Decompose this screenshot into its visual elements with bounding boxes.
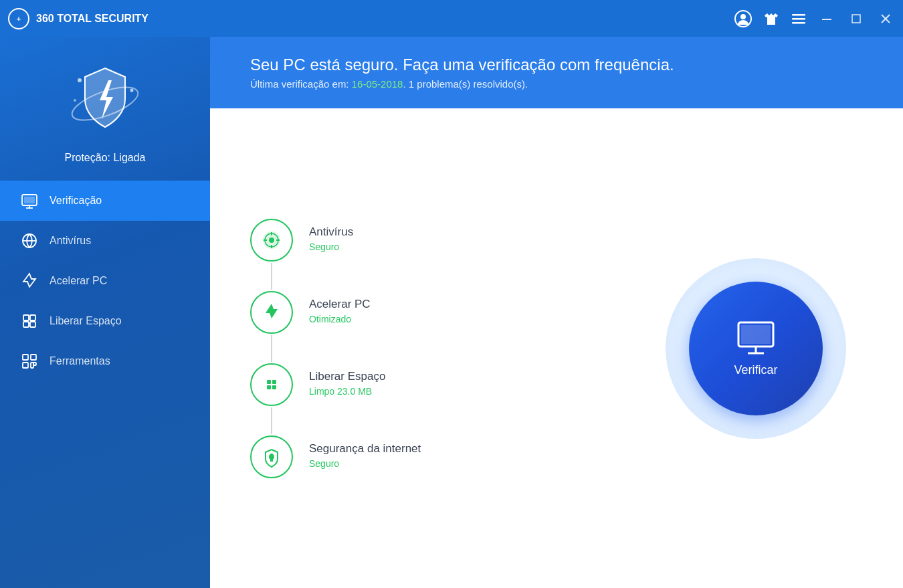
sidebar-item-label-verificacao: Verificação (49, 195, 102, 207)
svg-rect-25 (23, 355, 28, 360)
nav-list: Verificação Antivírus (0, 181, 210, 381)
verificacao-icon (20, 191, 39, 210)
svg-rect-27 (23, 363, 28, 368)
sidebar-item-verificacao[interactable]: Verificação (0, 181, 210, 221)
svg-rect-40 (272, 385, 276, 389)
app-title: 360 TOTAL SECURITY (36, 13, 148, 25)
check-circle-internet (250, 435, 293, 478)
svg-point-13 (130, 89, 134, 92)
titlebar: + 360 TOTAL SECURITY (0, 0, 903, 37)
check-connector-acelerar (250, 291, 293, 363)
check-title-antivirus: Antivírus (309, 225, 353, 239)
svg-rect-23 (23, 322, 29, 327)
check-item-liberar: Liberar Espaço Limpo 23.0 MB (250, 363, 622, 435)
svg-rect-8 (852, 15, 860, 23)
titlebar-brand: + 360 TOTAL SECURITY (8, 8, 148, 29)
sidebar-item-label-acelerar: Acelerar PC (49, 275, 107, 287)
check-status-antivirus: Seguro (309, 241, 353, 252)
check-text-internet: Segurança da internet Seguro (309, 435, 421, 469)
svg-rect-29 (33, 363, 36, 365)
sidebar-item-label-ferramentas: Ferramentas (49, 355, 110, 367)
sidebar-item-antivirus[interactable]: Antivírus (0, 221, 210, 261)
svg-rect-6 (792, 22, 805, 24)
check-text-acelerar: Acelerar PC Otimizado (309, 291, 371, 324)
check-line-2 (271, 335, 272, 362)
content-header: Seu PC está seguro. Faça uma verificação… (210, 37, 903, 108)
menu-icon[interactable] (791, 11, 807, 27)
user-icon[interactable] (734, 10, 752, 27)
svg-rect-39 (267, 385, 271, 389)
app-logo-icon: + (8, 8, 29, 29)
sidebar-item-label-antivirus: Antivírus (49, 235, 91, 247)
header-subtitle-prefix: Última verificação em: (250, 78, 352, 90)
verify-area: Verificar (649, 128, 863, 568)
check-text-liberar: Liberar Espaço Limpo 23.0 MB (309, 363, 385, 397)
check-connector-internet (250, 435, 293, 478)
check-line-1 (271, 263, 272, 290)
check-title-internet: Segurança da internet (309, 442, 421, 456)
check-circle-liberar (250, 363, 293, 406)
antivirus-check-icon (260, 229, 283, 252)
minimize-button[interactable] (817, 9, 836, 28)
check-item-antivirus: Antivírus Seguro (250, 219, 622, 291)
shield-icon-wrap (62, 57, 148, 144)
svg-point-14 (74, 99, 76, 102)
svg-rect-38 (272, 380, 276, 384)
ferramentas-icon (20, 352, 39, 371)
check-status-internet: Seguro (309, 458, 421, 469)
sidebar-item-ferramentas[interactable]: Ferramentas (0, 341, 210, 381)
svg-rect-5 (792, 18, 805, 20)
verify-button[interactable]: Verificar (689, 282, 823, 415)
acelerar-icon (20, 272, 39, 290)
svg-rect-18 (24, 197, 35, 203)
verify-outer-ring: Verificar (666, 258, 846, 439)
svg-point-32 (269, 237, 274, 243)
check-line-3 (271, 407, 272, 434)
verify-monitor-icon (736, 320, 776, 357)
protection-label: Proteção: Ligada (65, 152, 146, 164)
check-item-acelerar: Acelerar PC Otimizado (250, 291, 622, 363)
check-status-acelerar: Otimizado (309, 314, 371, 324)
check-text-antivirus: Antivírus Seguro (309, 219, 353, 252)
internet-check-icon (260, 446, 283, 468)
svg-rect-21 (23, 315, 29, 320)
check-list: Antivírus Seguro A (250, 128, 622, 568)
sidebar-item-acelerar[interactable]: Acelerar PC (0, 261, 210, 301)
shield-icon (65, 60, 145, 140)
header-date: 16-05-2018 (352, 78, 403, 90)
content-body: Antivírus Seguro A (210, 108, 903, 588)
check-title-liberar: Liberar Espaço (309, 370, 385, 383)
maximize-button[interactable] (847, 9, 866, 28)
svg-text:+: + (17, 15, 21, 23)
titlebar-controls (734, 9, 895, 28)
check-connector-liberar (250, 363, 293, 435)
main-layout: Proteção: Ligada Verificação (0, 37, 903, 588)
liberar-check-icon (260, 373, 283, 396)
check-item-internet: Segurança da internet Seguro (250, 435, 622, 478)
sidebar: Proteção: Ligada Verificação (0, 37, 210, 588)
svg-rect-37 (267, 380, 271, 384)
svg-point-12 (78, 78, 82, 82)
svg-rect-44 (741, 325, 771, 344)
theme-icon[interactable] (763, 10, 780, 27)
check-title-acelerar: Acelerar PC (309, 298, 371, 311)
check-status-liberar: Limpo 23.0 MB (309, 386, 385, 397)
acelerar-check-icon (260, 301, 283, 324)
header-subtitle: Última verificação em: 16-05-2018. 1 pro… (250, 78, 870, 90)
svg-rect-4 (792, 14, 805, 16)
liberar-icon (20, 312, 39, 330)
svg-rect-7 (822, 19, 831, 20)
sidebar-item-liberar[interactable]: Liberar Espaço (0, 301, 210, 341)
close-button[interactable] (876, 9, 895, 28)
content-area: Seu PC está seguro. Faça uma verificação… (210, 37, 903, 588)
svg-rect-22 (30, 315, 35, 320)
check-circle-antivirus (250, 219, 293, 262)
svg-rect-24 (30, 322, 35, 327)
antivirus-icon (20, 231, 39, 250)
check-connector-antivirus (250, 219, 293, 291)
svg-point-3 (740, 14, 746, 19)
sidebar-logo-area: Proteção: Ligada (62, 37, 148, 181)
svg-rect-26 (31, 355, 36, 360)
verify-button-label: Verificar (734, 363, 777, 377)
header-subtitle-suffix: . 1 problema(s) resolvido(s). (403, 78, 528, 90)
